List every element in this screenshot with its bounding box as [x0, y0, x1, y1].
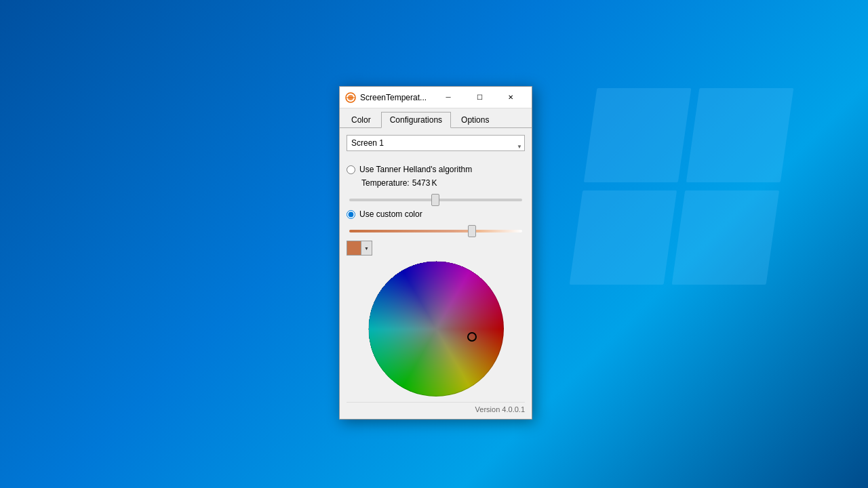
color-swatch[interactable]: [347, 241, 361, 256]
radio-tanner[interactable]: [347, 165, 355, 174]
temperature-slider-container: [347, 192, 525, 204]
radio-group-custom: Use custom color: [347, 209, 525, 219]
color-wheel-container: [347, 261, 525, 396]
temperature-slider[interactable]: [349, 199, 522, 201]
radio-group-tanner: Use Tanner Helland's algorithm: [347, 165, 525, 174]
color-swatch-row: ▼: [347, 241, 525, 256]
screen-dropdown-wrapper: Screen 1 Screen 2 ▼: [347, 135, 525, 158]
close-button[interactable]: ✕: [495, 87, 526, 108]
tab-options[interactable]: Options: [452, 112, 498, 128]
screen-dropdown[interactable]: Screen 1 Screen 2: [347, 135, 525, 151]
radio-item-tanner: Use Tanner Helland's algorithm: [347, 165, 525, 174]
color-swatch-dropdown[interactable]: ▼: [361, 241, 372, 256]
title-text: ScreenTemperat...: [360, 93, 433, 102]
title-bar: ScreenTemperat... ─ ☐ ✕: [340, 87, 532, 108]
restore-button[interactable]: ☐: [464, 87, 495, 108]
tab-bar: Color Configurations Options: [340, 108, 532, 128]
dialog-content: Screen 1 Screen 2 ▼ Use Tanner Helland's…: [340, 128, 532, 419]
temperature-unit: K: [431, 178, 437, 188]
color-slider[interactable]: [349, 230, 522, 232]
temperature-label: Temperature:: [361, 178, 410, 188]
radio-custom-label: Use custom color: [359, 209, 422, 219]
windows-logo: [583, 88, 780, 285]
color-wheel[interactable]: [368, 261, 504, 396]
window-controls: ─ ☐ ✕: [433, 87, 526, 108]
temperature-row: Temperature: 5473 K: [347, 178, 525, 188]
version-text: Version 4.0.0.1: [347, 402, 525, 413]
radio-item-custom: Use custom color: [347, 209, 525, 219]
minimize-button[interactable]: ─: [433, 87, 464, 108]
tab-configurations[interactable]: Configurations: [381, 112, 451, 128]
radio-tanner-label: Use Tanner Helland's algorithm: [359, 165, 472, 174]
tab-color[interactable]: Color: [342, 112, 380, 128]
radio-custom[interactable]: [347, 210, 355, 219]
app-icon: [345, 92, 356, 103]
dialog-window: ScreenTemperat... ─ ☐ ✕ Color Configurat…: [339, 86, 532, 420]
color-slider-container: [347, 223, 525, 235]
temperature-value: 5473: [412, 178, 431, 188]
